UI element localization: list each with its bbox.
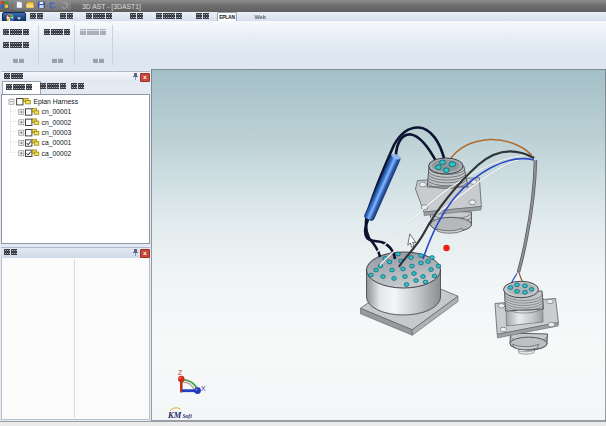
svg-text:Z: Z (178, 369, 183, 376)
svg-text:cn_00001: cn_00001 (42, 108, 72, 116)
svg-text:KM: KM (167, 410, 182, 420)
svg-text:cn_00002: cn_00002 (42, 119, 72, 127)
svg-text:X: X (201, 385, 206, 392)
svg-text:ca_00002: ca_00002 (42, 150, 72, 158)
svg-text:Soft: Soft (183, 413, 193, 419)
svg-text:Eplan Harness: Eplan Harness (34, 98, 79, 106)
svg-text:cn_00003: cn_00003 (42, 129, 72, 137)
svg-text:ca_00001: ca_00001 (42, 139, 72, 147)
